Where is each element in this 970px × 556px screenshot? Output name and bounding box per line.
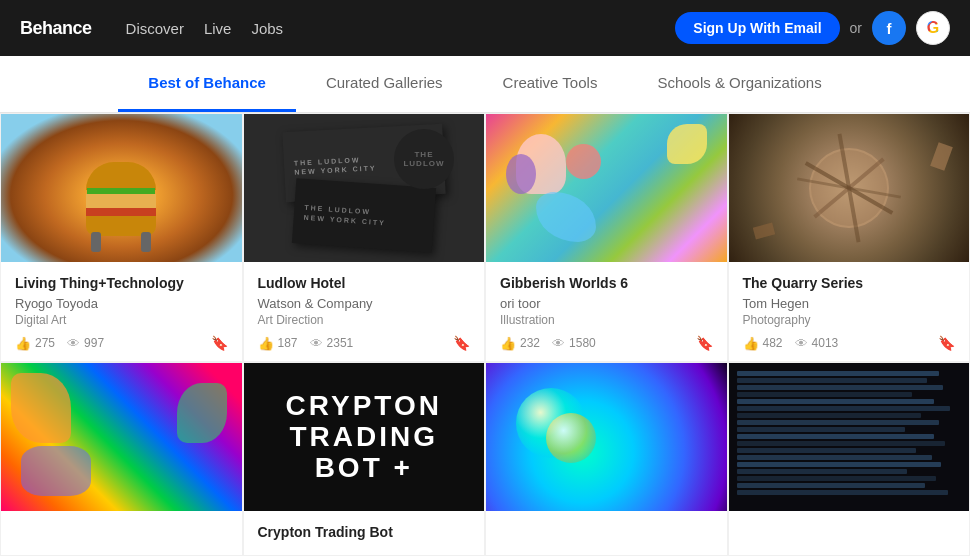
view-icon: 👁 — [67, 336, 80, 351]
gallery-image-text-dark — [729, 363, 970, 511]
gallery-image-ludlow: THE LUDLOW NEW YORK CITY THE LUDLOW NEW … — [244, 114, 485, 262]
tab-schools-organizations[interactable]: Schools & Organizations — [627, 56, 851, 112]
gallery-category: Illustration — [500, 313, 713, 327]
header-right: Sign Up With Email or f G — [675, 11, 950, 45]
like-icon: 👍 — [500, 336, 516, 351]
nav-jobs[interactable]: Jobs — [251, 20, 283, 37]
gallery-item-colorful[interactable] — [1, 363, 242, 555]
gallery-info-gibberish: Gibberish Worlds 6 ori toor Illustration… — [486, 262, 727, 361]
gallery-stats: 👍 232 👁 1580 🔖 — [500, 335, 713, 351]
view-count: 4013 — [812, 336, 839, 350]
gallery-item-orbs[interactable] — [486, 363, 727, 555]
gallery-title: The Quarry Series — [743, 274, 956, 292]
view-count: 1580 — [569, 336, 596, 350]
gallery-info-orbs — [486, 511, 727, 533]
like-count: 232 — [520, 336, 540, 350]
like-icon: 👍 — [15, 336, 31, 351]
like-icon: 👍 — [743, 336, 759, 351]
gallery-stats: 👍 187 👁 2351 🔖 — [258, 335, 471, 351]
google-login-button[interactable]: G — [916, 11, 950, 45]
gallery-info-quarry: The Quarry Series Tom Hegen Photography … — [729, 262, 970, 361]
like-stat: 👍 232 — [500, 336, 540, 351]
gallery-author: ori toor — [500, 296, 713, 311]
like-stat: 👍 187 — [258, 336, 298, 351]
gallery-author: Ryogo Toyoda — [15, 296, 228, 311]
gallery-item-text-dark[interactable] — [729, 363, 970, 555]
gallery-stats: 👍 275 👁 997 🔖 — [15, 335, 228, 351]
view-count: 997 — [84, 336, 104, 350]
main-nav: Discover Live Jobs — [126, 20, 284, 37]
gallery-info-colorful — [1, 511, 242, 537]
like-count: 187 — [278, 336, 298, 350]
view-count: 2351 — [327, 336, 354, 350]
tab-creative-tools[interactable]: Creative Tools — [473, 56, 628, 112]
tab-navigation: Best of Behance Curated Galleries Creati… — [0, 56, 970, 113]
gallery-info-ludlow: Ludlow Hotel Watson & Company Art Direct… — [244, 262, 485, 361]
gallery-image-quarry — [729, 114, 970, 262]
gallery-author: Watson & Company — [258, 296, 471, 311]
header: Behance Discover Live Jobs Sign Up With … — [0, 0, 970, 56]
nav-discover[interactable]: Discover — [126, 20, 184, 37]
gallery-info-living-thing: Living Thing+Technology Ryogo Toyoda Dig… — [1, 262, 242, 361]
gallery-image-orbs — [486, 363, 727, 511]
view-stat: 👁 2351 — [310, 336, 354, 351]
tab-best-of-behance[interactable]: Best of Behance — [118, 56, 296, 112]
gallery-item-crypto[interactable]: CRYPTON TRADING BOT + Crypton Trading Bo… — [244, 363, 485, 555]
gallery-category: Photography — [743, 313, 956, 327]
like-icon: 👍 — [258, 336, 274, 351]
tab-curated-galleries[interactable]: Curated Galleries — [296, 56, 473, 112]
gallery-title: Crypton Trading Bot — [258, 523, 471, 541]
gallery-title: Ludlow Hotel — [258, 274, 471, 292]
gallery-item-quarry[interactable]: The Quarry Series Tom Hegen Photography … — [729, 114, 970, 361]
bookmark-icon[interactable]: 🔖 — [453, 335, 470, 351]
google-icon: G — [927, 19, 939, 37]
view-icon: 👁 — [552, 336, 565, 351]
gallery-info-crypto: Crypton Trading Bot — [244, 511, 485, 555]
gallery-stats: 👍 482 👁 4013 🔖 — [743, 335, 956, 351]
gallery-title: Living Thing+Technology — [15, 274, 228, 292]
logo: Behance — [20, 18, 92, 39]
like-count: 482 — [763, 336, 783, 350]
facebook-login-button[interactable]: f — [872, 11, 906, 45]
gallery-image-colorful — [1, 363, 242, 511]
view-stat: 👁 4013 — [795, 336, 839, 351]
view-stat: 👁 997 — [67, 336, 104, 351]
nav-live[interactable]: Live — [204, 20, 232, 37]
view-stat: 👁 1580 — [552, 336, 596, 351]
view-icon: 👁 — [795, 336, 808, 351]
like-count: 275 — [35, 336, 55, 350]
gallery-category: Art Direction — [258, 313, 471, 327]
view-icon: 👁 — [310, 336, 323, 351]
bookmark-icon[interactable]: 🔖 — [211, 335, 228, 351]
like-stat: 👍 275 — [15, 336, 55, 351]
bookmark-icon[interactable]: 🔖 — [696, 335, 713, 351]
gallery-item-gibberish[interactable]: Gibberish Worlds 6 ori toor Illustration… — [486, 114, 727, 361]
gallery-info-text-dark — [729, 511, 970, 533]
gallery-author: Tom Hegen — [743, 296, 956, 311]
like-stat: 👍 482 — [743, 336, 783, 351]
gallery-image-gibberish — [486, 114, 727, 262]
gallery-category: Digital Art — [15, 313, 228, 327]
gallery-image-living-thing — [1, 114, 242, 262]
facebook-icon: f — [887, 20, 892, 37]
gallery-image-crypto: CRYPTON TRADING BOT + — [244, 363, 485, 511]
gallery-grid: Living Thing+Technology Ryogo Toyoda Dig… — [0, 113, 970, 556]
gallery-title: Gibberish Worlds 6 — [500, 274, 713, 292]
gallery-item-ludlow[interactable]: THE LUDLOW NEW YORK CITY THE LUDLOW NEW … — [244, 114, 485, 361]
bookmark-icon[interactable]: 🔖 — [938, 335, 955, 351]
gallery-item-living-thing[interactable]: Living Thing+Technology Ryogo Toyoda Dig… — [1, 114, 242, 361]
signup-button[interactable]: Sign Up With Email — [675, 12, 839, 44]
or-label: or — [850, 20, 862, 36]
